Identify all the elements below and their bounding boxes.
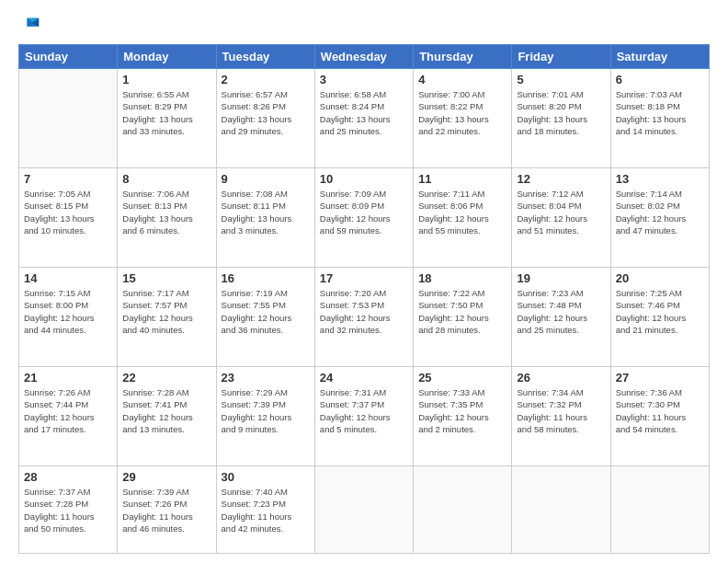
day-info: Sunrise: 7:09 AM Sunset: 8:09 PM Dayligh… [320, 188, 408, 236]
day-info: Sunrise: 7:19 AM Sunset: 7:55 PM Dayligh… [222, 287, 310, 336]
day-number: 1 [122, 73, 210, 86]
day-number: 28 [24, 470, 112, 484]
weekday-header: Wednesday [314, 45, 413, 69]
calendar-cell: 30Sunrise: 7:40 AM Sunset: 7:23 PM Dayli… [216, 465, 314, 553]
day-number: 2 [222, 73, 310, 86]
day-number: 27 [616, 371, 704, 385]
calendar-cell: 25Sunrise: 7:33 AM Sunset: 7:35 PM Dayli… [414, 366, 512, 465]
day-info: Sunrise: 7:33 AM Sunset: 7:35 PM Dayligh… [418, 386, 506, 435]
day-info: Sunrise: 6:57 AM Sunset: 8:26 PM Dayligh… [222, 88, 310, 137]
day-number: 4 [418, 73, 506, 86]
day-number: 10 [320, 172, 408, 186]
calendar-cell: 15Sunrise: 7:17 AM Sunset: 7:57 PM Dayli… [118, 267, 216, 366]
calendar: SundayMondayTuesdayWednesdayThursdayFrid… [18, 44, 710, 554]
calendar-cell: 11Sunrise: 7:11 AM Sunset: 8:06 PM Dayli… [414, 167, 512, 267]
logo [18, 17, 42, 35]
day-number: 19 [517, 271, 605, 285]
day-info: Sunrise: 7:29 AM Sunset: 7:39 PM Dayligh… [222, 386, 310, 435]
day-number: 16 [222, 271, 310, 285]
calendar-cell: 16Sunrise: 7:19 AM Sunset: 7:55 PM Dayli… [216, 267, 314, 366]
weekday-header: Monday [118, 45, 216, 69]
calendar-cell: 14Sunrise: 7:15 AM Sunset: 8:00 PM Dayli… [19, 267, 118, 366]
calendar-cell [314, 465, 413, 553]
day-number: 24 [320, 371, 408, 385]
day-number: 3 [320, 73, 408, 86]
day-info: Sunrise: 7:11 AM Sunset: 8:06 PM Dayligh… [418, 188, 506, 236]
day-info: Sunrise: 7:28 AM Sunset: 7:41 PM Dayligh… [122, 386, 210, 435]
calendar-cell: 12Sunrise: 7:12 AM Sunset: 8:04 PM Dayli… [512, 167, 610, 267]
calendar-cell: 3Sunrise: 6:58 AM Sunset: 8:24 PM Daylig… [314, 69, 413, 168]
calendar-cell: 26Sunrise: 7:34 AM Sunset: 7:32 PM Dayli… [512, 366, 610, 465]
calendar-cell: 9Sunrise: 7:08 AM Sunset: 8:11 PM Daylig… [216, 167, 314, 267]
day-number: 7 [24, 172, 112, 186]
calendar-cell: 7Sunrise: 7:05 AM Sunset: 8:15 PM Daylig… [19, 167, 118, 267]
calendar-cell: 22Sunrise: 7:28 AM Sunset: 7:41 PM Dayli… [118, 366, 216, 465]
calendar-cell: 10Sunrise: 7:09 AM Sunset: 8:09 PM Dayli… [314, 167, 413, 267]
day-info: Sunrise: 7:31 AM Sunset: 7:37 PM Dayligh… [320, 386, 408, 435]
day-info: Sunrise: 7:05 AM Sunset: 8:15 PM Dayligh… [24, 188, 112, 236]
weekday-header: Sunday [19, 45, 118, 69]
day-info: Sunrise: 7:40 AM Sunset: 7:23 PM Dayligh… [222, 486, 310, 534]
calendar-cell: 1Sunrise: 6:55 AM Sunset: 8:29 PM Daylig… [118, 69, 216, 168]
day-number: 30 [222, 470, 310, 484]
day-info: Sunrise: 7:03 AM Sunset: 8:18 PM Dayligh… [616, 88, 704, 137]
calendar-cell: 19Sunrise: 7:23 AM Sunset: 7:48 PM Dayli… [512, 267, 610, 366]
weekday-header: Saturday [610, 45, 709, 69]
day-number: 9 [222, 172, 310, 186]
day-info: Sunrise: 7:01 AM Sunset: 8:20 PM Dayligh… [517, 88, 605, 137]
calendar-cell: 18Sunrise: 7:22 AM Sunset: 7:50 PM Dayli… [414, 267, 512, 366]
weekday-header: Tuesday [216, 45, 314, 69]
calendar-cell [512, 465, 610, 553]
day-number: 14 [24, 271, 112, 285]
day-info: Sunrise: 6:55 AM Sunset: 8:29 PM Dayligh… [122, 88, 210, 137]
calendar-cell: 24Sunrise: 7:31 AM Sunset: 7:37 PM Dayli… [314, 366, 413, 465]
day-info: Sunrise: 7:34 AM Sunset: 7:32 PM Dayligh… [517, 386, 605, 435]
day-number: 13 [616, 172, 704, 186]
day-number: 29 [122, 470, 210, 484]
calendar-cell: 5Sunrise: 7:01 AM Sunset: 8:20 PM Daylig… [512, 69, 610, 168]
day-number: 12 [517, 172, 605, 186]
calendar-cell: 6Sunrise: 7:03 AM Sunset: 8:18 PM Daylig… [610, 69, 709, 168]
day-info: Sunrise: 7:14 AM Sunset: 8:02 PM Dayligh… [616, 188, 704, 236]
calendar-cell: 27Sunrise: 7:36 AM Sunset: 7:30 PM Dayli… [610, 366, 709, 465]
day-number: 23 [222, 371, 310, 385]
calendar-cell: 17Sunrise: 7:20 AM Sunset: 7:53 PM Dayli… [314, 267, 413, 366]
weekday-header: Thursday [414, 45, 512, 69]
day-info: Sunrise: 7:37 AM Sunset: 7:28 PM Dayligh… [24, 486, 112, 534]
day-info: Sunrise: 7:26 AM Sunset: 7:44 PM Dayligh… [24, 386, 112, 435]
calendar-header-row: SundayMondayTuesdayWednesdayThursdayFrid… [19, 45, 710, 69]
calendar-cell: 2Sunrise: 6:57 AM Sunset: 8:26 PM Daylig… [216, 69, 314, 168]
calendar-cell [19, 69, 118, 168]
day-number: 22 [122, 371, 210, 385]
day-info: Sunrise: 7:25 AM Sunset: 7:46 PM Dayligh… [616, 287, 704, 336]
day-number: 21 [24, 371, 112, 385]
day-info: Sunrise: 7:17 AM Sunset: 7:57 PM Dayligh… [122, 287, 210, 336]
calendar-cell [610, 465, 709, 553]
day-info: Sunrise: 7:22 AM Sunset: 7:50 PM Dayligh… [418, 287, 506, 336]
day-number: 15 [122, 271, 210, 285]
day-number: 20 [616, 271, 704, 285]
day-number: 11 [418, 172, 506, 186]
day-info: Sunrise: 6:58 AM Sunset: 8:24 PM Dayligh… [320, 88, 408, 137]
day-info: Sunrise: 7:36 AM Sunset: 7:30 PM Dayligh… [616, 386, 704, 435]
calendar-cell: 23Sunrise: 7:29 AM Sunset: 7:39 PM Dayli… [216, 366, 314, 465]
calendar-cell: 4Sunrise: 7:00 AM Sunset: 8:22 PM Daylig… [414, 69, 512, 168]
calendar-cell: 8Sunrise: 7:06 AM Sunset: 8:13 PM Daylig… [118, 167, 216, 267]
day-number: 6 [616, 73, 704, 86]
day-number: 17 [320, 271, 408, 285]
day-number: 18 [418, 271, 506, 285]
day-info: Sunrise: 7:15 AM Sunset: 8:00 PM Dayligh… [24, 287, 112, 336]
calendar-cell: 21Sunrise: 7:26 AM Sunset: 7:44 PM Dayli… [19, 366, 118, 465]
day-number: 25 [418, 371, 506, 385]
calendar-cell: 20Sunrise: 7:25 AM Sunset: 7:46 PM Dayli… [610, 267, 709, 366]
day-info: Sunrise: 7:23 AM Sunset: 7:48 PM Dayligh… [517, 287, 605, 336]
day-info: Sunrise: 7:20 AM Sunset: 7:53 PM Dayligh… [320, 287, 408, 336]
day-number: 5 [517, 73, 605, 86]
day-info: Sunrise: 7:06 AM Sunset: 8:13 PM Dayligh… [122, 188, 210, 236]
weekday-header: Friday [512, 45, 610, 69]
calendar-cell: 28Sunrise: 7:37 AM Sunset: 7:28 PM Dayli… [19, 465, 118, 553]
day-number: 8 [122, 172, 210, 186]
calendar-cell [414, 465, 512, 553]
day-info: Sunrise: 7:00 AM Sunset: 8:22 PM Dayligh… [418, 88, 506, 137]
day-number: 26 [517, 371, 605, 385]
